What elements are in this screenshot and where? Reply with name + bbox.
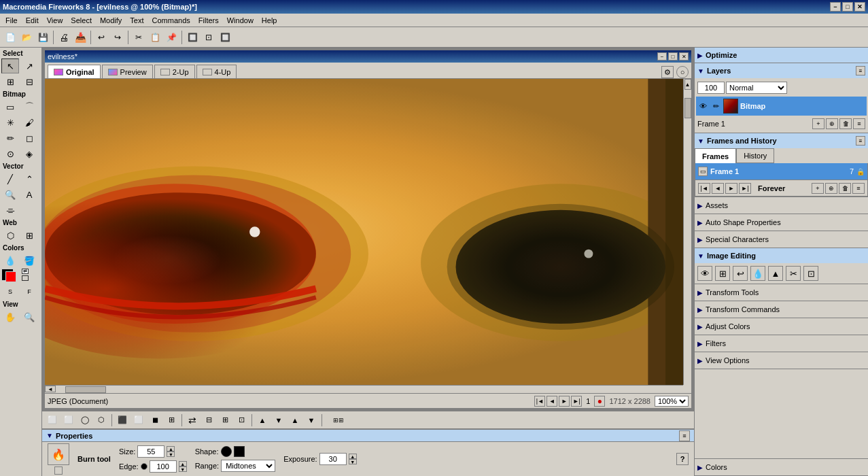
prev-frame-btn[interactable]: ◄ bbox=[546, 396, 557, 407]
subselect-tool[interactable]: ↗ bbox=[20, 58, 38, 73]
anim-play-btn[interactable]: ► bbox=[725, 183, 737, 194]
bt17[interactable]: ⊞⊞ bbox=[325, 413, 352, 427]
new-sublayer-btn[interactable]: ⊕ bbox=[826, 118, 838, 129]
tab-preview[interactable]: Preview bbox=[102, 65, 153, 78]
hand-tool[interactable]: ✋ bbox=[1, 309, 19, 324]
layers-options-btn[interactable]: ≡ bbox=[856, 66, 865, 75]
undo-btn[interactable]: ↩ bbox=[94, 30, 109, 45]
assets-header[interactable]: ▶ Assets bbox=[695, 197, 868, 214]
exposure-up-btn[interactable]: ▲ bbox=[349, 454, 357, 459]
brush-tool[interactable]: 🖌 bbox=[20, 115, 38, 130]
scroll-thumb-h[interactable] bbox=[65, 386, 106, 393]
print-btn[interactable]: 🖨 bbox=[56, 30, 71, 45]
pointer-tool[interactable]: ↖ bbox=[1, 58, 19, 73]
open-btn[interactable]: 📂 bbox=[19, 30, 34, 45]
colors-header[interactable]: ▶ Colors bbox=[695, 459, 868, 475]
size-up-btn[interactable]: ▲ bbox=[167, 446, 175, 452]
menu-file[interactable]: File bbox=[1, 15, 22, 26]
layer-item-bitmap[interactable]: 👁 ✏ Bitmap bbox=[696, 97, 867, 116]
doc-restore-btn[interactable]: □ bbox=[668, 52, 678, 61]
adjust-colors-header[interactable]: ▶ Adjust Colors bbox=[695, 318, 868, 335]
bt9[interactable]: ⇄ bbox=[185, 413, 200, 427]
horizontal-scrollbar[interactable]: ◄ bbox=[45, 385, 683, 393]
menu-edit[interactable]: Edit bbox=[22, 15, 43, 26]
menu-help[interactable]: Help bbox=[258, 15, 281, 26]
snap-btn[interactable]: 🔲 bbox=[218, 30, 232, 45]
frames-header[interactable]: ▼ Frames and History ≡ bbox=[695, 133, 868, 148]
doc-close-btn[interactable]: ✕ bbox=[679, 52, 689, 61]
size-input[interactable] bbox=[137, 445, 164, 458]
bt13[interactable]: ▲ bbox=[255, 413, 270, 427]
view-options-header[interactable]: ▶ View Options bbox=[695, 352, 868, 369]
slice-tool[interactable]: ⊞ bbox=[20, 228, 38, 243]
magic-wand-tool[interactable]: ✳ bbox=[1, 115, 19, 130]
shape-square-btn[interactable] bbox=[234, 446, 245, 457]
properties-help-btn[interactable]: ? bbox=[676, 453, 689, 465]
bt8[interactable]: ⊞ bbox=[164, 413, 179, 427]
range-select[interactable]: Midtones Shadows Highlights bbox=[221, 460, 275, 472]
pencil-tool[interactable]: ✏ bbox=[1, 131, 19, 146]
crop-tool[interactable]: ⊟ bbox=[20, 74, 38, 89]
doc-minimize-btn[interactable]: − bbox=[657, 52, 667, 61]
transform-tools-header[interactable]: ▶ Transform Tools bbox=[695, 284, 868, 301]
freeform-tool[interactable]: ⌃ bbox=[20, 171, 38, 186]
color-stroke-btn[interactable]: S bbox=[1, 284, 19, 299]
paint-bucket-tool[interactable]: 🪣 bbox=[20, 253, 38, 268]
bt10[interactable]: ⊟ bbox=[201, 413, 216, 427]
filters-header[interactable]: ▶ Filters bbox=[695, 335, 868, 352]
fit-page-btn[interactable]: 🔲 bbox=[185, 30, 200, 45]
bt4[interactable]: ⬡ bbox=[94, 413, 109, 427]
swap-colors-btn[interactable]: ⇄ bbox=[22, 269, 29, 274]
anim-add-btn[interactable]: + bbox=[812, 183, 824, 194]
anim-dup-btn[interactable]: ⊕ bbox=[825, 183, 837, 194]
img-edit-brightness-btn[interactable]: 💧 bbox=[750, 266, 765, 281]
bt12[interactable]: ⊡ bbox=[234, 413, 249, 427]
history-tab-btn[interactable]: History bbox=[736, 148, 774, 163]
anim-next-btn[interactable]: ►| bbox=[739, 183, 751, 194]
img-edit-undo-btn[interactable]: ↩ bbox=[733, 266, 748, 281]
fill-color[interactable] bbox=[5, 271, 16, 282]
bt16[interactable]: ▼ bbox=[304, 413, 319, 427]
layer-pencil-btn[interactable]: ✏ bbox=[710, 101, 721, 112]
zoom-view-tool[interactable]: 🔍 bbox=[20, 309, 38, 324]
anim-first-btn[interactable]: |◄ bbox=[698, 183, 710, 194]
copy-btn[interactable]: 📋 bbox=[147, 30, 162, 45]
app-minimize-btn[interactable]: − bbox=[830, 2, 841, 12]
reshape-tool[interactable]: ⌯ bbox=[1, 203, 19, 218]
bt5[interactable]: ⬛ bbox=[115, 413, 130, 427]
import-btn[interactable]: 📥 bbox=[73, 30, 88, 45]
bt2[interactable]: ⬜ bbox=[61, 413, 76, 427]
new-layer-btn[interactable]: + bbox=[812, 118, 824, 129]
eraser-tool[interactable]: ◻ bbox=[20, 131, 38, 146]
transform-commands-header[interactable]: ▶ Transform Commands bbox=[695, 301, 868, 318]
exposure-input[interactable] bbox=[319, 453, 347, 465]
bt1[interactable]: ⬜ bbox=[45, 413, 60, 427]
menu-view[interactable]: View bbox=[43, 15, 67, 26]
img-edit-contrast-btn[interactable]: ▲ bbox=[768, 266, 783, 281]
redo-btn[interactable]: ↪ bbox=[110, 30, 125, 45]
blend-select[interactable]: Normal Multiply Screen bbox=[726, 82, 787, 94]
blur-tool[interactable]: ⊙ bbox=[1, 146, 19, 161]
scroll-up-btn[interactable]: ▲ bbox=[684, 79, 691, 90]
save-btn[interactable]: 💾 bbox=[35, 30, 50, 45]
special-chars-header[interactable]: ▶ Special Characters bbox=[695, 231, 868, 248]
frames-tab-btn[interactable]: Frames bbox=[695, 148, 736, 163]
anim-prev-btn[interactable]: ◄ bbox=[712, 183, 724, 194]
color-fill-btn[interactable]: F bbox=[20, 284, 38, 299]
next-frame-btn[interactable]: ►| bbox=[571, 396, 582, 407]
scale-tool[interactable]: ⊞ bbox=[1, 74, 19, 89]
line-tool[interactable]: ╱ bbox=[1, 171, 19, 186]
rubber-stamp-tool[interactable]: ◈ bbox=[20, 146, 38, 161]
img-edit-crop-btn[interactable]: ✂ bbox=[786, 266, 801, 281]
bt3[interactable]: ◯ bbox=[77, 413, 92, 427]
bt15[interactable]: ▲ bbox=[288, 413, 302, 427]
paste-btn[interactable]: 📌 bbox=[164, 30, 179, 45]
bt7[interactable]: ◼ bbox=[147, 413, 162, 427]
app-close-btn[interactable]: ✕ bbox=[854, 2, 865, 12]
vertical-scrollbar[interactable]: ▲ bbox=[683, 79, 691, 385]
tab-original[interactable]: Original bbox=[48, 65, 101, 78]
lasso-tool[interactable]: ⌒ bbox=[20, 99, 38, 114]
looping-btn[interactable]: ● bbox=[594, 396, 605, 407]
frame-lock-icon[interactable]: 🔒 bbox=[856, 168, 865, 175]
bt14[interactable]: ▼ bbox=[271, 413, 286, 427]
